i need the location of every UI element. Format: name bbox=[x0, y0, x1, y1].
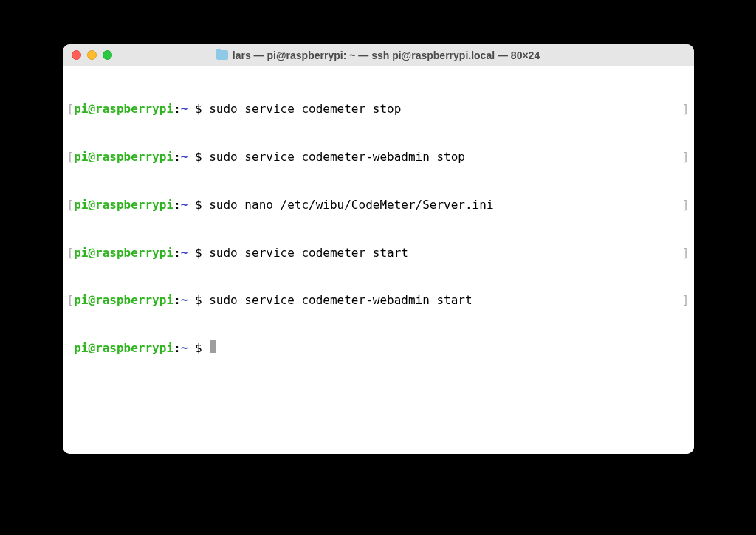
prompt-dollar: $ bbox=[188, 245, 209, 261]
title-wrap: lars — pi@raspberrypi: ~ — ssh pi@raspbe… bbox=[63, 49, 694, 61]
prompt-user: pi bbox=[74, 292, 88, 308]
prompt-host: raspberrypi bbox=[95, 292, 173, 308]
bracket-close: ] bbox=[682, 101, 690, 117]
prompt-user: pi bbox=[74, 101, 88, 117]
prompt-host: raspberrypi bbox=[95, 197, 173, 213]
prompt-path: ~ bbox=[181, 340, 188, 356]
minimize-button[interactable] bbox=[87, 50, 97, 60]
bracket-close: ] bbox=[682, 245, 690, 261]
close-button[interactable] bbox=[72, 50, 81, 60]
window-title: lars — pi@raspberrypi: ~ — ssh pi@raspbe… bbox=[233, 49, 540, 61]
prompt-at: @ bbox=[88, 245, 95, 261]
prompt-host: raspberrypi bbox=[95, 340, 173, 356]
terminal-line: [pi@raspberrypi:~ $ sudo service codemet… bbox=[67, 245, 690, 261]
prompt-colon: : bbox=[173, 101, 181, 117]
command-text: sudo service codemeter start bbox=[209, 245, 408, 261]
titlebar[interactable]: lars — pi@raspberrypi: ~ — ssh pi@raspbe… bbox=[63, 44, 694, 66]
command-text: sudo service codemeter-webadmin stop bbox=[209, 149, 465, 165]
bracket-close: ] bbox=[682, 197, 690, 213]
terminal-line: [pi@raspberrypi:~ $ sudo service codemet… bbox=[67, 101, 690, 117]
prompt-dollar: $ bbox=[188, 197, 209, 213]
command-text: sudo nano /etc/wibu/CodeMeter/Server.ini bbox=[209, 197, 493, 213]
prompt-at: @ bbox=[88, 149, 95, 165]
folder-icon bbox=[216, 50, 228, 60]
prompt-dollar: $ bbox=[188, 101, 209, 117]
prompt-user: pi bbox=[74, 340, 88, 356]
prompt-at: @ bbox=[88, 101, 95, 117]
prompt-at: @ bbox=[88, 340, 95, 356]
bracket-open: [ bbox=[67, 197, 75, 213]
prompt-colon: : bbox=[173, 197, 181, 213]
traffic-lights bbox=[72, 50, 112, 60]
prompt-user: pi bbox=[74, 149, 88, 165]
terminal-line: [pi@raspberrypi:~ $ sudo nano /etc/wibu/… bbox=[67, 197, 690, 213]
bracket-open: [ bbox=[67, 245, 75, 261]
prompt-user: pi bbox=[74, 245, 88, 261]
prompt-path: ~ bbox=[181, 292, 188, 308]
prompt-colon: : bbox=[173, 149, 181, 165]
prompt-at: @ bbox=[88, 197, 95, 213]
prompt-user: pi bbox=[74, 197, 88, 213]
prompt-path: ~ bbox=[181, 197, 188, 213]
prompt-at: @ bbox=[88, 292, 95, 308]
prompt-path: ~ bbox=[181, 149, 188, 165]
prompt-dollar: $ bbox=[188, 149, 209, 165]
terminal-line: [pi@raspberrypi:~ $ sudo service codemet… bbox=[67, 149, 690, 165]
prompt-colon: : bbox=[173, 340, 181, 356]
terminal-body[interactable]: [pi@raspberrypi:~ $ sudo service codemet… bbox=[63, 66, 694, 454]
prompt-path: ~ bbox=[181, 101, 188, 117]
zoom-button[interactable] bbox=[103, 50, 112, 60]
prompt-dollar: $ bbox=[188, 340, 209, 356]
bracket-open: [ bbox=[67, 149, 75, 165]
prompt-host: raspberrypi bbox=[95, 101, 173, 117]
command-text: sudo service codemeter-webadmin start bbox=[209, 292, 472, 308]
prompt-path: ~ bbox=[181, 245, 188, 261]
prompt-colon: : bbox=[173, 292, 181, 308]
prompt-colon: : bbox=[173, 245, 181, 261]
prompt-host: raspberrypi bbox=[95, 149, 173, 165]
bracket-open: [ bbox=[67, 292, 75, 308]
terminal-line: [pi@raspberrypi:~ $ sudo service codemet… bbox=[67, 292, 690, 308]
cursor-block bbox=[210, 340, 216, 353]
bracket-close: ] bbox=[682, 149, 690, 165]
bracket-open: [ bbox=[67, 101, 75, 117]
command-text: sudo service codemeter stop bbox=[209, 101, 401, 117]
terminal-window: lars — pi@raspberrypi: ~ — ssh pi@raspbe… bbox=[63, 44, 694, 454]
prompt-dollar: $ bbox=[188, 292, 209, 308]
prompt-host: raspberrypi bbox=[95, 245, 173, 261]
terminal-line-current: pi@raspberrypi:~ $ bbox=[67, 340, 690, 356]
bracket-close: ] bbox=[682, 292, 690, 308]
leading-space bbox=[67, 340, 75, 356]
